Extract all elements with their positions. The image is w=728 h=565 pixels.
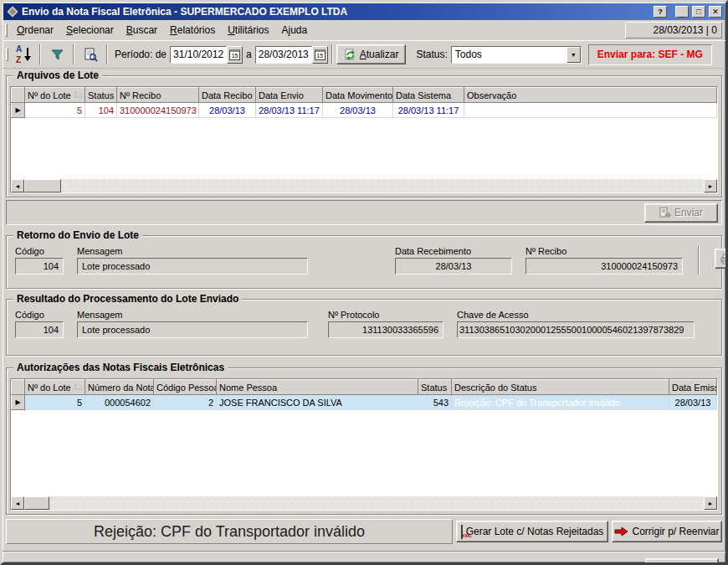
column-header[interactable]: Data Emissão bbox=[669, 380, 717, 395]
column-header[interactable]: Nome Pessoa bbox=[217, 380, 418, 395]
cell[interactable]: 28/03/13 11:17 bbox=[393, 103, 464, 118]
protocolo-label: Nº Protocolo bbox=[328, 310, 443, 320]
horizontal-scrollbar[interactable]: ◄ ► bbox=[11, 179, 717, 193]
row-selector-header bbox=[12, 380, 25, 395]
group-title: Arquivos de Lote bbox=[13, 69, 102, 81]
menu-buscar[interactable]: Buscar bbox=[120, 22, 163, 39]
status-banner-row: Rejeição: CPF do Transportador inválido … bbox=[6, 517, 722, 546]
column-header[interactable]: Status bbox=[418, 380, 452, 395]
enviar-button[interactable]: Enviar bbox=[644, 203, 718, 223]
cell[interactable]: Rejeição: CPF do Transportador inválido bbox=[452, 395, 669, 410]
cell[interactable]: 5 bbox=[25, 103, 85, 118]
grid-empty-area bbox=[11, 410, 717, 496]
date-to-input[interactable] bbox=[255, 46, 312, 64]
cell[interactable]: 543 bbox=[418, 395, 452, 410]
maximize-button[interactable]: □ bbox=[692, 6, 705, 18]
recibo-label: Nº Recibo bbox=[525, 246, 683, 256]
column-header[interactable]: Data Sistema bbox=[393, 88, 464, 103]
retorno-envio-group: Retorno do Envio de Lote Código 104 Mens… bbox=[6, 235, 722, 289]
scroll-left-icon[interactable]: ◄ bbox=[11, 179, 24, 193]
menu-utilitarios[interactable]: Utilitários bbox=[222, 22, 274, 39]
column-header[interactable]: Data Movimento bbox=[323, 88, 393, 103]
column-header[interactable]: Nº do Lote1 bbox=[25, 380, 85, 395]
between-label: a bbox=[246, 49, 252, 60]
column-header[interactable]: Número da Nota bbox=[85, 380, 154, 395]
scrollbar-thumb[interactable] bbox=[24, 496, 49, 510]
toolbar-separator bbox=[39, 44, 41, 64]
window-title: Envio da Nota Fiscal Eletrônica - SUPERM… bbox=[22, 6, 650, 18]
cell[interactable]: 000054602 bbox=[85, 395, 154, 410]
scrollbar-thumb[interactable] bbox=[24, 179, 61, 193]
resultado-button[interactable]: Resultado bbox=[715, 249, 728, 269]
scroll-right-icon[interactable]: ► bbox=[704, 179, 717, 193]
vertical-separator bbox=[698, 246, 700, 275]
column-header[interactable]: Código Pessoa bbox=[154, 380, 217, 395]
help-button[interactable]: ? bbox=[654, 6, 667, 18]
toolbar-gripper[interactable] bbox=[6, 48, 8, 61]
recibo-field: 310000024150973 bbox=[525, 258, 683, 275]
row-selector-icon: ▶ bbox=[12, 103, 25, 118]
table-row[interactable]: ▶50000546022JOSE FRANCISCO DA SILVA543Re… bbox=[12, 395, 717, 410]
date-from-input[interactable] bbox=[170, 46, 227, 64]
cell[interactable]: 104 bbox=[85, 103, 117, 118]
grid-empty-area bbox=[11, 118, 717, 179]
scrollbar-track[interactable] bbox=[49, 496, 704, 510]
printer-icon bbox=[720, 254, 728, 265]
toolbar: AZ Período: de 15 a 15 bbox=[3, 40, 725, 69]
column-header[interactable]: Data Envio bbox=[256, 88, 323, 103]
menu-ajuda[interactable]: Ajuda bbox=[276, 22, 314, 39]
scrollbar-track[interactable] bbox=[61, 179, 704, 193]
group-title: Resultado do Processamento do Lote Envia… bbox=[13, 293, 242, 305]
toolbar-separator bbox=[73, 44, 74, 64]
column-header[interactable]: Data Recibo bbox=[199, 88, 256, 103]
minimize-button[interactable]: _ bbox=[675, 6, 689, 18]
cell[interactable] bbox=[464, 103, 717, 118]
chevron-down-icon[interactable]: ▼ bbox=[567, 47, 581, 63]
cell[interactable]: 28/03/13 11:17 bbox=[256, 103, 323, 118]
status-banner: Rejeição: CPF do Transportador inválido bbox=[6, 519, 453, 544]
toolbar-gripper[interactable] bbox=[5, 23, 8, 37]
date-to-calendar-button[interactable]: 15 bbox=[312, 46, 328, 64]
cell[interactable]: 2 bbox=[154, 395, 217, 410]
autorizacoes-grid-container: Nº do Lote1Número da NotaCódigo PessoaNo… bbox=[10, 378, 718, 511]
column-header[interactable]: Descrição do Status bbox=[452, 380, 669, 395]
close-button[interactable]: ✕ bbox=[709, 6, 722, 18]
filter-button[interactable] bbox=[44, 44, 69, 65]
data-recebimento-label: Data Recebimento bbox=[395, 246, 512, 256]
gerar-lote-button[interactable]: XML Gerar Lote c/ Notas Rejeitadas bbox=[456, 521, 608, 542]
enviar-panel: Enviar bbox=[6, 200, 722, 225]
cell[interactable]: 28/03/13 bbox=[199, 103, 256, 118]
column-header[interactable]: Nº do Lote1 bbox=[25, 88, 85, 103]
cell[interactable]: JOSE FRANCISCO DA SILVA bbox=[217, 395, 418, 410]
footer-bar: Sair bbox=[3, 552, 725, 565]
horizontal-scrollbar[interactable]: ◄ ► bbox=[11, 496, 717, 510]
corrigir-button[interactable]: Corrigir p/ Reenviar bbox=[612, 521, 722, 542]
sair-button[interactable]: Sair bbox=[645, 558, 719, 565]
date-from-calendar-button[interactable]: 15 bbox=[227, 46, 243, 64]
column-header[interactable]: Nº Recibo bbox=[117, 88, 199, 103]
cell[interactable]: 28/03/13 bbox=[669, 395, 717, 410]
scroll-right-icon[interactable]: ► bbox=[704, 496, 717, 510]
menu-relatorios[interactable]: Relatórios bbox=[164, 22, 221, 39]
sort-button[interactable]: AZ bbox=[11, 44, 36, 65]
mensagem-field: Lote processado bbox=[77, 321, 308, 338]
cell[interactable]: 28/03/13 bbox=[323, 103, 393, 118]
codigo-label: Código bbox=[15, 310, 64, 320]
sort-indicator: 1 bbox=[74, 383, 83, 391]
column-header[interactable]: Observação bbox=[464, 88, 717, 103]
atualizar-button[interactable]: Atualizar bbox=[336, 44, 407, 64]
menu-ordenar[interactable]: Ordenar bbox=[11, 22, 59, 39]
scroll-left-icon[interactable]: ◄ bbox=[11, 496, 24, 510]
cell[interactable]: 310000024150973 bbox=[117, 103, 199, 118]
status-value: Todos bbox=[452, 47, 567, 63]
status-combobox[interactable]: Todos ▼ bbox=[451, 46, 582, 64]
sort-indicator: 1 bbox=[74, 90, 83, 99]
menu-selecionar[interactable]: Selecionar bbox=[60, 22, 120, 39]
table-row[interactable]: ▶510431000002415097328/03/1328/03/13 11:… bbox=[12, 103, 717, 118]
cell[interactable]: 5 bbox=[25, 395, 85, 410]
calendar-icon: 15 bbox=[315, 49, 326, 60]
search-document-icon bbox=[84, 48, 98, 62]
door-exit-icon bbox=[665, 562, 677, 565]
preview-button[interactable] bbox=[78, 44, 103, 65]
column-header[interactable]: Status bbox=[85, 88, 117, 103]
